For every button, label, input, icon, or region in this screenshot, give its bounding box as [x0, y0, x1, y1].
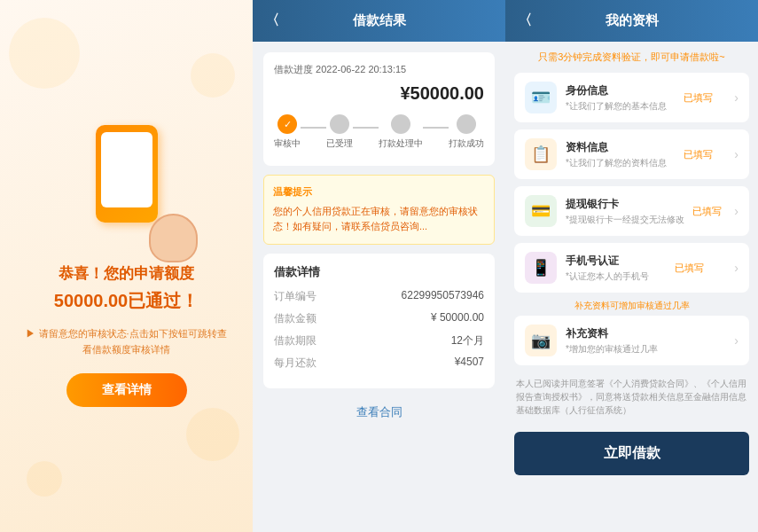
- supplement-icon: 📷: [525, 325, 557, 356]
- step-item-2: 已受理: [326, 114, 353, 150]
- phone-title: 手机号认证: [566, 254, 649, 269]
- supplement-hint: 补充资料可增加审核通过几率: [514, 300, 749, 312]
- left-panel: 恭喜！您的申请额度 50000.00已通过！ ▶ 请留意您的审核状态·点击如下按…: [0, 0, 253, 532]
- step-label-3: 打款处理中: [379, 137, 423, 150]
- info-left-bank: 💳 提现银行卡 *提现银行卡一经提交无法修改: [525, 195, 684, 227]
- step-label-2: 已受理: [326, 137, 353, 150]
- phone-arrow-icon: ›: [734, 261, 738, 275]
- detail-value-order: 62299950573946: [402, 289, 484, 304]
- sub-text: ▶ 请留意您的审核状态·点击如下按钮可跳转查看借款额度审核详情: [18, 326, 235, 357]
- step-line-3: [423, 127, 449, 129]
- step-label-4: 打款成功: [449, 137, 484, 150]
- supplement-title: 补充资料: [566, 326, 658, 341]
- details-title: 借款详情: [274, 264, 484, 280]
- deco-circle-1: [9, 18, 80, 89]
- bank-arrow-icon: ›: [734, 204, 738, 218]
- info-text-identity: 身份信息 *让我们了解您的基本信息: [566, 83, 667, 113]
- warning-text: 您的个人信用贷款正在审核，请留意您的审核状态！如有疑问，请联系信贷员咨询...: [273, 204, 485, 235]
- borrow-button[interactable]: 立即借款: [514, 432, 749, 475]
- detail-label-order: 订单编号: [274, 289, 316, 304]
- loan-amount: ¥50000.00: [274, 83, 484, 104]
- phone-status: 已填写: [675, 262, 704, 275]
- resource-subtitle: *让我们了解您的资料信息: [566, 157, 667, 169]
- warning-title: 温馨提示: [273, 184, 485, 200]
- supplement-subtitle: *增加您的审核通过几率: [566, 343, 658, 356]
- view-contract-link[interactable]: 查看合同: [263, 397, 495, 427]
- info-item-supplement[interactable]: 📷 补充资料 *增加您的审核通过几率 ›: [514, 316, 749, 365]
- detail-value-period: 12个月: [451, 333, 484, 348]
- detail-button[interactable]: 查看详情: [66, 373, 187, 407]
- step-circle-4: [457, 114, 476, 134]
- info-left-identity: 🪪 身份信息 *让我们了解您的基本信息: [525, 82, 667, 113]
- info-item-bank[interactable]: 💳 提现银行卡 *提现银行卡一经提交无法修改 已填写 ›: [514, 186, 749, 236]
- deco-circle-2: [191, 53, 235, 98]
- loan-progress-section: 借款进度 2022-06-22 20:13:15 ¥50000.00 审核中 已…: [263, 52, 495, 166]
- middle-content: 借款进度 2022-06-22 20:13:15 ¥50000.00 审核中 已…: [253, 42, 505, 532]
- progress-steps: 审核中 已受理 打款处理中 打款成功: [274, 114, 484, 150]
- bank-title: 提现银行卡: [566, 197, 684, 212]
- info-text-bank: 提现银行卡 *提现银行卡一经提交无法修改: [566, 197, 684, 226]
- info-left-supplement: 📷 补充资料 *增加您的审核通过几率: [525, 325, 658, 356]
- middle-back-arrow[interactable]: 〈: [265, 12, 279, 30]
- info-item-phone[interactable]: 📱 手机号认证 *认证您本人的手机号 已填写 ›: [514, 243, 749, 293]
- info-text-resource: 资料信息 *让我们了解您的资料信息: [566, 140, 667, 169]
- step-label-1: 审核中: [274, 137, 301, 150]
- right-content: 只需3分钟完成资料验证，即可申请借款啦~ 🪪 身份信息 *让我们了解您的基本信息…: [505, 42, 758, 532]
- top-hint: 只需3分钟完成资料验证，即可申请借款啦~: [514, 51, 749, 64]
- right-panel: 〈 我的资料 只需3分钟完成资料验证，即可申请借款啦~ 🪪 身份信息 *让我们了…: [505, 0, 758, 532]
- identity-status: 已填写: [684, 91, 713, 105]
- loan-details-section: 借款详情 订单编号 62299950573946 借款金额 ¥ 50000.00…: [263, 254, 495, 388]
- detail-row-monthly: 每月还款 ¥4507: [274, 356, 484, 371]
- right-header: 〈 我的资料: [505, 0, 758, 42]
- info-left-phone: 📱 手机号认证 *认证您本人的手机号: [525, 252, 649, 284]
- detail-label-period: 借款期限: [274, 333, 316, 348]
- bank-status: 已填写: [692, 205, 722, 218]
- middle-panel: 〈 借款结果 借款进度 2022-06-22 20:13:15 ¥50000.0…: [253, 0, 505, 532]
- step-line-1: [301, 127, 326, 129]
- detail-label-monthly: 每月还款: [274, 356, 316, 371]
- phone-subtitle: *认证您本人的手机号: [566, 270, 649, 283]
- detail-row-period: 借款期限 12个月: [274, 333, 484, 348]
- info-text-phone: 手机号认证 *认证您本人的手机号: [566, 254, 649, 283]
- identity-subtitle: *让我们了解您的基本信息: [566, 100, 667, 113]
- identity-arrow-icon: ›: [734, 90, 738, 105]
- progress-header: 借款进度 2022-06-22 20:13:15: [274, 63, 484, 76]
- info-text-supplement: 补充资料 *增加您的审核通过几率: [566, 326, 658, 356]
- detail-label-amount: 借款金额: [274, 311, 316, 326]
- phone-icon: 📱: [525, 252, 557, 284]
- resource-status: 已填写: [684, 148, 713, 161]
- detail-value-monthly: ¥4507: [455, 356, 484, 371]
- info-item-resource[interactable]: 📋 资料信息 *让我们了解您的资料信息 已填写 ›: [514, 129, 749, 179]
- identity-title: 身份信息: [566, 83, 667, 98]
- right-back-arrow[interactable]: 〈: [518, 12, 532, 30]
- detail-row-order: 订单编号 62299950573946: [274, 289, 484, 304]
- step-circle-2: [330, 114, 349, 134]
- deco-circle-3: [186, 408, 239, 461]
- warning-box: 温馨提示 您的个人信用贷款正在审核，请留意您的审核状态！如有疑问，请联系信贷员咨…: [263, 175, 495, 245]
- detail-row-amount: 借款金额 ¥ 50000.00: [274, 311, 484, 326]
- deco-circle-4: [27, 461, 62, 497]
- bank-subtitle: *提现银行卡一经提交无法修改: [566, 214, 684, 226]
- congrats-line2: 50000.00已通过！: [54, 289, 199, 313]
- supplement-arrow-icon: ›: [734, 333, 738, 348]
- step-item-3: 打款处理中: [379, 114, 423, 150]
- middle-header: 〈 借款结果: [253, 0, 505, 42]
- bank-icon: 💳: [525, 195, 557, 227]
- resource-icon: 📋: [525, 138, 557, 170]
- middle-title: 借款结果: [353, 12, 406, 29]
- detail-value-amount: ¥ 50000.00: [431, 311, 484, 326]
- step-item-4: 打款成功: [449, 114, 484, 150]
- info-left-resource: 📋 资料信息 *让我们了解您的资料信息: [525, 138, 667, 170]
- step-circle-1: [277, 114, 297, 134]
- step-circle-3: [391, 114, 410, 134]
- step-line-2: [353, 127, 379, 129]
- congrats-line1: 恭喜！您的申请额度: [59, 262, 194, 286]
- identity-icon: 🪪: [525, 82, 557, 113]
- resource-arrow-icon: ›: [734, 147, 738, 161]
- right-title: 我的资料: [606, 12, 659, 29]
- phone-illustration: [74, 125, 180, 249]
- resource-title: 资料信息: [566, 140, 667, 155]
- info-item-identity[interactable]: 🪪 身份信息 *让我们了解您的基本信息 已填写 ›: [514, 73, 749, 122]
- arrow-icon: ▶: [26, 328, 38, 339]
- legal-text: 本人已阅读并同意签署《个人消费贷款合同》、《个人信用报告查询授权书》，同意将送贷…: [514, 372, 749, 421]
